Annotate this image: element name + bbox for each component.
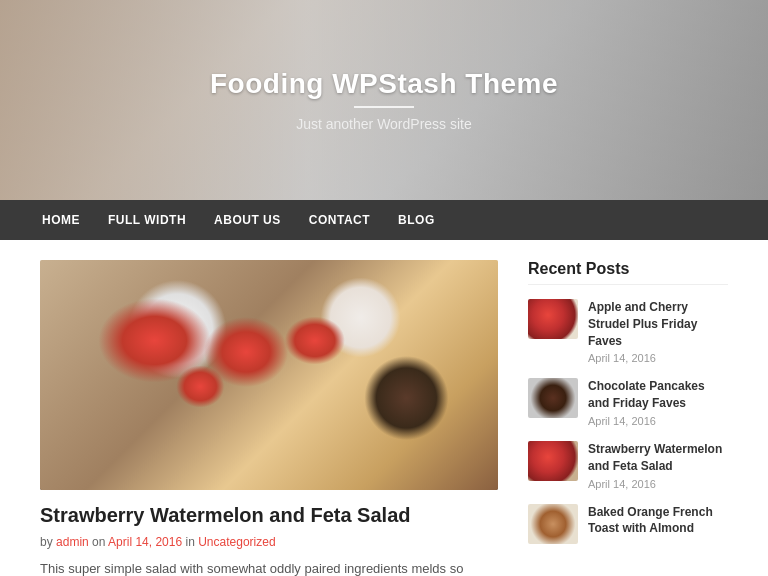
recent-post-thumb <box>528 299 578 339</box>
main-nav: HOMEFULL WIDTHABOUT USCONTACTBLOG <box>0 200 768 240</box>
recent-post-item[interactable]: Chocolate Pancakes and Friday FavesApril… <box>528 378 728 427</box>
recent-post-item[interactable]: Strawberry Watermelon and Feta SaladApri… <box>528 441 728 490</box>
recent-post-thumb <box>528 378 578 418</box>
meta-by: by <box>40 535 53 549</box>
recent-post-title[interactable]: Apple and Cherry Strudel Plus Friday Fav… <box>588 299 728 349</box>
post-title[interactable]: Strawberry Watermelon and Feta Salad <box>40 504 498 527</box>
nav-item-full-width[interactable]: FULL WIDTH <box>106 213 188 227</box>
recent-post-thumb <box>528 441 578 481</box>
post-date[interactable]: April 14, 2016 <box>108 535 182 549</box>
post-author[interactable]: admin <box>56 535 89 549</box>
recent-post-title[interactable]: Baked Orange French Toast with Almond <box>588 504 728 538</box>
post-meta: by admin on April 14, 2016 in Uncategori… <box>40 535 498 549</box>
sidebar: Recent Posts Apple and Cherry Strudel Pl… <box>528 260 728 576</box>
recent-post-thumb <box>528 504 578 544</box>
nav-item-contact[interactable]: CONTACT <box>307 213 372 227</box>
recent-post-item[interactable]: Baked Orange French Toast with Almond <box>528 504 728 544</box>
recent-post-info: Apple and Cherry Strudel Plus Friday Fav… <box>588 299 728 364</box>
nav-item-home[interactable]: HOME <box>40 213 82 227</box>
post-excerpt: This super simple salad with somewhat od… <box>40 559 498 576</box>
recent-posts-list: Apple and Cherry Strudel Plus Friday Fav… <box>528 299 728 544</box>
recent-post-date: April 14, 2016 <box>588 478 728 490</box>
meta-in: in <box>186 535 199 549</box>
nav-item-blog[interactable]: BLOG <box>396 213 437 227</box>
title-divider <box>354 106 414 108</box>
header-background <box>0 0 768 200</box>
meta-on: on <box>92 535 108 549</box>
main-wrapper: Strawberry Watermelon and Feta Salad by … <box>0 240 768 576</box>
recent-post-title[interactable]: Strawberry Watermelon and Feta Salad <box>588 441 728 475</box>
recent-post-date: April 14, 2016 <box>588 352 728 364</box>
recent-post-date: April 14, 2016 <box>588 415 728 427</box>
recent-post-info: Baked Orange French Toast with Almond <box>588 504 728 541</box>
nav-item-about-us[interactable]: ABOUT US <box>212 213 283 227</box>
recent-post-title[interactable]: Chocolate Pancakes and Friday Faves <box>588 378 728 412</box>
site-tagline: Just another WordPress site <box>296 116 472 132</box>
recent-post-item[interactable]: Apple and Cherry Strudel Plus Friday Fav… <box>528 299 728 364</box>
main-content: Strawberry Watermelon and Feta Salad by … <box>40 260 498 576</box>
site-header: Fooding WPStash Theme Just another WordP… <box>0 0 768 200</box>
recent-posts-title: Recent Posts <box>528 260 728 285</box>
post-category[interactable]: Uncategorized <box>198 535 275 549</box>
recent-posts-widget: Recent Posts Apple and Cherry Strudel Pl… <box>528 260 728 544</box>
post-image-inner <box>40 260 498 490</box>
recent-post-info: Chocolate Pancakes and Friday FavesApril… <box>588 378 728 427</box>
site-title: Fooding WPStash Theme <box>210 68 558 100</box>
post-featured-image <box>40 260 498 490</box>
recent-post-info: Strawberry Watermelon and Feta SaladApri… <box>588 441 728 490</box>
